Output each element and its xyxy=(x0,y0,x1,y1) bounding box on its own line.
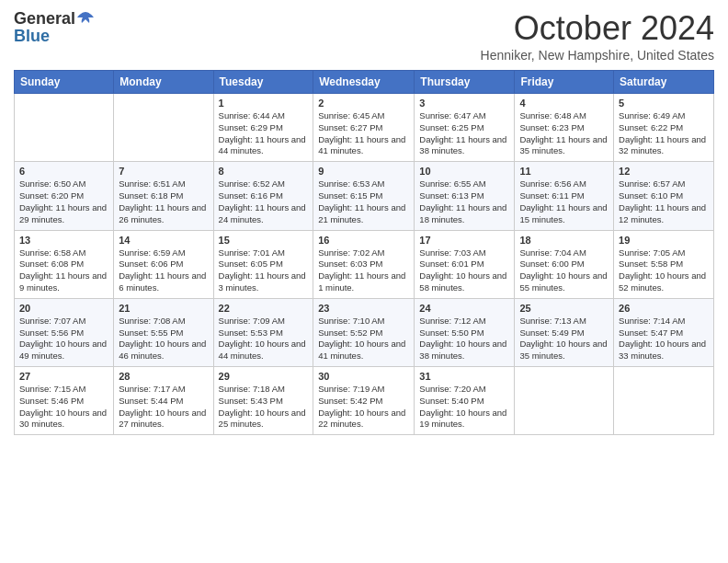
day-number: 8 xyxy=(219,166,309,177)
day-number: 16 xyxy=(318,235,409,246)
calendar-cell-w3-d4: 16Sunrise: 7:02 AM Sunset: 6:03 PM Dayli… xyxy=(313,230,415,298)
day-info: Sunrise: 7:08 AM Sunset: 5:55 PM Dayligh… xyxy=(119,316,208,362)
calendar-cell-w2-d7: 12Sunrise: 6:57 AM Sunset: 6:10 PM Dayli… xyxy=(614,162,714,230)
day-number: 1 xyxy=(219,98,309,109)
day-info: Sunrise: 7:10 AM Sunset: 5:52 PM Dayligh… xyxy=(318,316,409,362)
calendar-cell-w4-d6: 25Sunrise: 7:13 AM Sunset: 5:49 PM Dayli… xyxy=(515,298,614,366)
calendar-week-2: 6Sunrise: 6:50 AM Sunset: 6:20 PM Daylig… xyxy=(15,162,714,230)
day-number: 13 xyxy=(19,235,108,246)
day-number: 9 xyxy=(318,166,409,177)
header: GeneralBlue October 2024 Henniker, New H… xyxy=(14,9,714,63)
calendar-cell-w1-d5: 3Sunrise: 6:47 AM Sunset: 6:25 PM Daylig… xyxy=(415,94,515,162)
day-info: Sunrise: 6:55 AM Sunset: 6:13 PM Dayligh… xyxy=(419,178,509,225)
day-info: Sunrise: 6:47 AM Sunset: 6:25 PM Dayligh… xyxy=(419,110,509,157)
logo-blue-text: Blue xyxy=(14,27,50,46)
day-number: 22 xyxy=(219,303,309,314)
day-info: Sunrise: 6:52 AM Sunset: 6:16 PM Dayligh… xyxy=(219,178,309,225)
header-monday: Monday xyxy=(114,71,213,94)
header-thursday: Thursday xyxy=(415,71,515,94)
day-number: 5 xyxy=(619,98,709,109)
day-number: 23 xyxy=(318,303,409,314)
day-info: Sunrise: 7:15 AM Sunset: 5:46 PM Dayligh… xyxy=(19,384,108,431)
header-sunday: Sunday xyxy=(15,71,114,94)
page-container: GeneralBlue October 2024 Henniker, New H… xyxy=(0,0,728,444)
calendar-cell-w1-d4: 2Sunrise: 6:45 AM Sunset: 6:27 PM Daylig… xyxy=(313,94,415,162)
day-number: 15 xyxy=(219,235,309,246)
day-number: 20 xyxy=(19,303,108,314)
day-info: Sunrise: 7:17 AM Sunset: 5:44 PM Dayligh… xyxy=(119,384,208,431)
day-number: 4 xyxy=(519,98,609,109)
day-info: Sunrise: 6:50 AM Sunset: 6:20 PM Dayligh… xyxy=(19,178,108,225)
calendar-cell-w2-d1: 6Sunrise: 6:50 AM Sunset: 6:20 PM Daylig… xyxy=(15,162,114,230)
day-info: Sunrise: 7:14 AM Sunset: 5:47 PM Dayligh… xyxy=(619,316,709,362)
title-section: October 2024 Henniker, New Hampshire, Un… xyxy=(481,9,714,63)
logo: GeneralBlue xyxy=(14,9,96,46)
calendar-cell-w5-d3: 29Sunrise: 7:18 AM Sunset: 5:43 PM Dayli… xyxy=(213,367,313,435)
day-number: 14 xyxy=(119,235,208,246)
calendar-cell-w4-d3: 22Sunrise: 7:09 AM Sunset: 5:53 PM Dayli… xyxy=(213,298,313,366)
weekday-header-row: Sunday Monday Tuesday Wednesday Thursday… xyxy=(15,71,714,94)
day-info: Sunrise: 6:53 AM Sunset: 6:15 PM Dayligh… xyxy=(318,178,409,225)
day-number: 21 xyxy=(119,303,208,314)
day-info: Sunrise: 6:45 AM Sunset: 6:27 PM Dayligh… xyxy=(318,110,409,157)
day-info: Sunrise: 6:49 AM Sunset: 6:22 PM Dayligh… xyxy=(619,110,709,157)
calendar-cell-w1-d7: 5Sunrise: 6:49 AM Sunset: 6:22 PM Daylig… xyxy=(614,94,714,162)
calendar-cell-w5-d4: 30Sunrise: 7:19 AM Sunset: 5:42 PM Dayli… xyxy=(313,367,415,435)
calendar-cell-w4-d7: 26Sunrise: 7:14 AM Sunset: 5:47 PM Dayli… xyxy=(614,298,714,366)
day-info: Sunrise: 7:19 AM Sunset: 5:42 PM Dayligh… xyxy=(318,384,409,431)
calendar-cell-w5-d1: 27Sunrise: 7:15 AM Sunset: 5:46 PM Dayli… xyxy=(15,367,114,435)
day-number: 11 xyxy=(519,166,609,177)
day-number: 30 xyxy=(318,371,409,382)
day-info: Sunrise: 6:48 AM Sunset: 6:23 PM Dayligh… xyxy=(519,110,609,157)
calendar-cell-w3-d2: 14Sunrise: 6:59 AM Sunset: 6:06 PM Dayli… xyxy=(114,230,213,298)
calendar-week-4: 20Sunrise: 7:07 AM Sunset: 5:56 PM Dayli… xyxy=(15,298,714,366)
calendar-cell-w5-d2: 28Sunrise: 7:17 AM Sunset: 5:44 PM Dayli… xyxy=(114,367,213,435)
calendar-week-1: 1Sunrise: 6:44 AM Sunset: 6:29 PM Daylig… xyxy=(15,94,714,162)
calendar-week-3: 13Sunrise: 6:58 AM Sunset: 6:08 PM Dayli… xyxy=(15,230,714,298)
calendar-cell-w1-d6: 4Sunrise: 6:48 AM Sunset: 6:23 PM Daylig… xyxy=(515,94,614,162)
calendar-cell-w1-d3: 1Sunrise: 6:44 AM Sunset: 6:29 PM Daylig… xyxy=(213,94,313,162)
day-info: Sunrise: 6:59 AM Sunset: 6:06 PM Dayligh… xyxy=(119,247,208,294)
day-info: Sunrise: 6:51 AM Sunset: 6:18 PM Dayligh… xyxy=(119,178,208,225)
location-title: Henniker, New Hampshire, United States xyxy=(481,48,714,63)
calendar-cell-w1-d1 xyxy=(15,94,114,162)
day-info: Sunrise: 7:01 AM Sunset: 6:05 PM Dayligh… xyxy=(219,247,309,294)
calendar-cell-w5-d5: 31Sunrise: 7:20 AM Sunset: 5:40 PM Dayli… xyxy=(415,367,515,435)
day-number: 27 xyxy=(19,371,108,382)
day-info: Sunrise: 7:02 AM Sunset: 6:03 PM Dayligh… xyxy=(318,247,409,294)
calendar-cell-w3-d6: 18Sunrise: 7:04 AM Sunset: 6:00 PM Dayli… xyxy=(515,230,614,298)
calendar-cell-w1-d2 xyxy=(114,94,213,162)
day-number: 26 xyxy=(619,303,709,314)
day-info: Sunrise: 6:58 AM Sunset: 6:08 PM Dayligh… xyxy=(19,247,108,294)
calendar-cell-w2-d2: 7Sunrise: 6:51 AM Sunset: 6:18 PM Daylig… xyxy=(114,162,213,230)
calendar-cell-w2-d6: 11Sunrise: 6:56 AM Sunset: 6:11 PM Dayli… xyxy=(515,162,614,230)
day-number: 2 xyxy=(318,98,409,109)
day-number: 29 xyxy=(219,371,309,382)
day-number: 31 xyxy=(419,371,509,382)
day-info: Sunrise: 7:09 AM Sunset: 5:53 PM Dayligh… xyxy=(219,316,309,362)
logo-bird-icon xyxy=(75,10,96,29)
day-info: Sunrise: 6:56 AM Sunset: 6:11 PM Dayligh… xyxy=(519,178,609,225)
calendar-cell-w5-d6 xyxy=(515,367,614,435)
day-number: 25 xyxy=(519,303,609,314)
day-number: 6 xyxy=(19,166,108,177)
calendar-cell-w4-d5: 24Sunrise: 7:12 AM Sunset: 5:50 PM Dayli… xyxy=(415,298,515,366)
day-info: Sunrise: 6:44 AM Sunset: 6:29 PM Dayligh… xyxy=(219,110,309,157)
header-friday: Friday xyxy=(515,71,614,94)
calendar-cell-w4-d1: 20Sunrise: 7:07 AM Sunset: 5:56 PM Dayli… xyxy=(15,298,114,366)
day-info: Sunrise: 7:12 AM Sunset: 5:50 PM Dayligh… xyxy=(419,316,509,362)
day-info: Sunrise: 7:20 AM Sunset: 5:40 PM Dayligh… xyxy=(419,384,509,431)
day-number: 7 xyxy=(119,166,208,177)
header-saturday: Saturday xyxy=(614,71,714,94)
calendar-cell-w4-d2: 21Sunrise: 7:08 AM Sunset: 5:55 PM Dayli… xyxy=(114,298,213,366)
header-tuesday: Tuesday xyxy=(213,71,313,94)
day-info: Sunrise: 7:13 AM Sunset: 5:49 PM Dayligh… xyxy=(519,316,609,362)
day-number: 17 xyxy=(419,235,509,246)
calendar-cell-w3-d1: 13Sunrise: 6:58 AM Sunset: 6:08 PM Dayli… xyxy=(15,230,114,298)
day-info: Sunrise: 7:04 AM Sunset: 6:00 PM Dayligh… xyxy=(519,247,609,294)
month-title: October 2024 xyxy=(481,9,714,48)
calendar-cell-w2-d4: 9Sunrise: 6:53 AM Sunset: 6:15 PM Daylig… xyxy=(313,162,415,230)
calendar-cell-w2-d3: 8Sunrise: 6:52 AM Sunset: 6:16 PM Daylig… xyxy=(213,162,313,230)
day-info: Sunrise: 7:03 AM Sunset: 6:01 PM Dayligh… xyxy=(419,247,509,294)
calendar-cell-w3-d7: 19Sunrise: 7:05 AM Sunset: 5:58 PM Dayli… xyxy=(614,230,714,298)
